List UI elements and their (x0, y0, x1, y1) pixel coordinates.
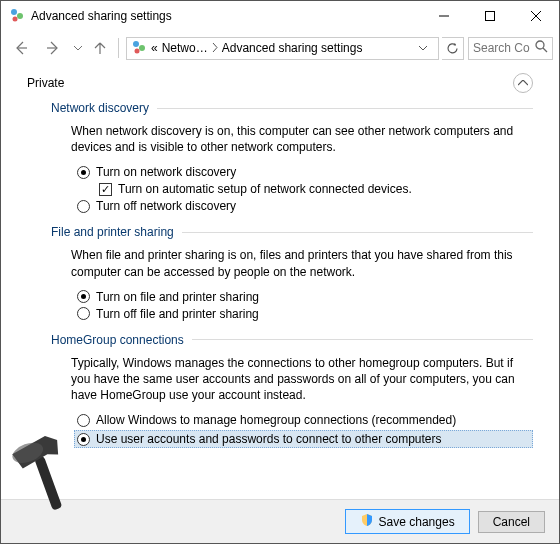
window-title: Advanced sharing settings (31, 9, 421, 23)
checkbox-label: Turn on automatic setup of network conne… (118, 182, 412, 196)
search-icon (535, 40, 548, 56)
minimize-button[interactable] (421, 1, 467, 31)
cancel-button[interactable]: Cancel (478, 511, 545, 533)
radio-icon (77, 200, 90, 213)
breadcrumb-item-advanced-sharing[interactable]: Advanced sharing settings (222, 41, 363, 55)
profile-label: Private (27, 76, 64, 90)
breadcrumb-chevron-icon (212, 41, 218, 55)
radio-fp-on[interactable]: Turn on file and printer sharing (77, 290, 533, 304)
app-icon (9, 7, 25, 26)
file-printer-options: Turn on file and printer sharing Turn of… (77, 290, 533, 321)
radio-icon (77, 307, 90, 320)
breadcrumb-item-network[interactable]: Netwo… (162, 41, 208, 55)
radio-label: Use user accounts and passwords to conne… (96, 432, 442, 446)
window-controls (421, 1, 559, 31)
close-button[interactable] (513, 1, 559, 31)
search-input[interactable] (473, 41, 531, 55)
group-title-row: File and printer sharing (51, 225, 533, 239)
recent-dropdown[interactable] (71, 34, 85, 62)
group-desc: When network discovery is on, this compu… (71, 123, 533, 155)
group-network-discovery: Network discovery When network discovery… (51, 101, 533, 213)
up-button[interactable] (89, 34, 111, 62)
radio-nd-off[interactable]: Turn off network discovery (77, 199, 533, 213)
refresh-button[interactable] (442, 37, 464, 60)
app-icon-small (131, 39, 147, 58)
group-file-printer: File and printer sharing When file and p… (51, 225, 533, 320)
profile-header: Private (27, 73, 533, 93)
titlebar: Advanced sharing settings (1, 1, 559, 31)
svg-point-2 (13, 16, 18, 21)
group-title: HomeGroup connections (51, 333, 184, 347)
group-title-row: Network discovery (51, 101, 533, 115)
radio-label: Turn on file and printer sharing (96, 290, 259, 304)
save-changes-button[interactable]: Save changes (345, 509, 470, 534)
shield-icon (360, 513, 374, 530)
group-desc: When file and printer sharing is on, fil… (71, 247, 533, 279)
radio-icon (77, 433, 90, 446)
divider (182, 232, 533, 233)
radio-label: Turn off network discovery (96, 199, 236, 213)
group-title-row: HomeGroup connections (51, 333, 533, 347)
group-homegroup: HomeGroup connections Typically, Windows… (51, 333, 533, 449)
radio-icon (77, 290, 90, 303)
nav-row: « Netwo… Advanced sharing settings (1, 31, 559, 65)
svg-point-12 (536, 41, 544, 49)
group-title: Network discovery (51, 101, 149, 115)
svg-point-10 (139, 45, 145, 51)
radio-hg-allow[interactable]: Allow Windows to manage homegroup connec… (77, 413, 533, 427)
radio-hg-user[interactable]: Use user accounts and passwords to conne… (74, 430, 533, 448)
checkbox-icon (99, 183, 112, 196)
divider (192, 339, 533, 340)
back-button[interactable] (7, 34, 35, 62)
button-label: Save changes (379, 515, 455, 529)
radio-label: Turn on network discovery (96, 165, 236, 179)
radio-label: Allow Windows to manage homegroup connec… (96, 413, 456, 427)
divider (157, 108, 533, 109)
svg-line-13 (543, 48, 547, 52)
group-desc: Typically, Windows manages the connectio… (71, 355, 533, 404)
network-discovery-options: Turn on network discovery Turn on automa… (77, 165, 533, 213)
content-area: Private Network discovery When network d… (1, 65, 559, 499)
svg-point-9 (133, 41, 139, 47)
checkbox-auto-setup[interactable]: Turn on automatic setup of network conne… (99, 182, 533, 196)
forward-button[interactable] (39, 34, 67, 62)
breadcrumb-prefix: « (151, 41, 158, 55)
radio-icon (77, 166, 90, 179)
svg-point-0 (11, 9, 17, 15)
radio-icon (77, 414, 90, 427)
collapse-button[interactable] (513, 73, 533, 93)
homegroup-options: Allow Windows to manage homegroup connec… (77, 413, 533, 448)
radio-fp-off[interactable]: Turn off file and printer sharing (77, 307, 533, 321)
radio-nd-on[interactable]: Turn on network discovery (77, 165, 533, 179)
address-dropdown[interactable] (412, 46, 434, 51)
button-label: Cancel (493, 515, 530, 529)
address-bar[interactable]: « Netwo… Advanced sharing settings (126, 37, 439, 60)
group-title: File and printer sharing (51, 225, 174, 239)
svg-rect-4 (486, 12, 495, 21)
svg-point-1 (17, 13, 23, 19)
radio-label: Turn off file and printer sharing (96, 307, 259, 321)
nav-separator (118, 38, 119, 58)
maximize-button[interactable] (467, 1, 513, 31)
svg-point-11 (135, 48, 140, 53)
search-box[interactable] (468, 37, 553, 60)
footer: Save changes Cancel (1, 499, 559, 543)
